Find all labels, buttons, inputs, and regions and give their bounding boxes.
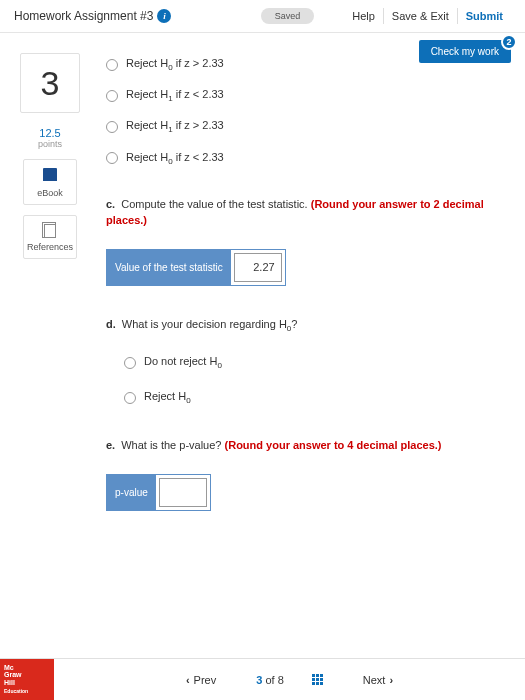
copy-icon bbox=[44, 224, 56, 238]
next-button[interactable]: Next › bbox=[351, 670, 405, 690]
prev-button[interactable]: ‹ Prev bbox=[174, 670, 228, 690]
test-statistic-label: Value of the test statistic bbox=[107, 250, 231, 285]
assignment-title: Homework Assignment #3 bbox=[14, 9, 153, 23]
radio-icon bbox=[106, 152, 118, 164]
page-indicator: 3 of 8 bbox=[256, 674, 284, 686]
option-d[interactable]: Reject H0 if z < 2.33 bbox=[106, 151, 511, 166]
help-link[interactable]: Help bbox=[344, 8, 384, 24]
points-value: 12.5 bbox=[38, 127, 62, 139]
mcgraw-hill-logo: McGrawHillEducation bbox=[0, 659, 54, 701]
pvalue-label: p-value bbox=[107, 475, 156, 510]
option-b[interactable]: Reject H1 if z < 2.33 bbox=[106, 88, 511, 103]
radio-icon bbox=[106, 121, 118, 133]
chevron-right-icon: › bbox=[389, 674, 393, 686]
radio-icon bbox=[124, 357, 136, 369]
pvalue-box: p-value bbox=[106, 474, 211, 511]
option-c[interactable]: Reject H1 if z > 2.33 bbox=[106, 119, 511, 134]
grid-icon[interactable] bbox=[312, 674, 323, 685]
option-do-not-reject[interactable]: Do not reject H0 bbox=[124, 353, 511, 372]
pvalue-input[interactable] bbox=[159, 478, 207, 507]
test-statistic-input[interactable]: 2.27 bbox=[234, 253, 282, 282]
submit-link[interactable]: Submit bbox=[458, 8, 511, 24]
chevron-left-icon: ‹ bbox=[186, 674, 190, 686]
radio-icon bbox=[106, 59, 118, 71]
ebook-button[interactable]: eBook bbox=[23, 159, 77, 205]
option-reject[interactable]: Reject H0 bbox=[124, 388, 511, 407]
check-badge: 2 bbox=[501, 34, 517, 50]
part-c: c.Compute the value of the test statisti… bbox=[106, 196, 511, 286]
part-e: e.What is the p-value? (Round your answe… bbox=[106, 437, 511, 511]
book-icon bbox=[43, 168, 57, 184]
radio-icon bbox=[124, 392, 136, 404]
question-number: 3 bbox=[20, 53, 80, 113]
part-d: d.What is your decision regarding H0? Do… bbox=[106, 316, 511, 408]
check-my-work-button[interactable]: Check my work 2 bbox=[419, 40, 511, 63]
info-icon[interactable]: i bbox=[157, 9, 171, 23]
points-label: points bbox=[38, 139, 62, 149]
references-button[interactable]: References bbox=[23, 215, 77, 259]
save-exit-link[interactable]: Save & Exit bbox=[384, 8, 458, 24]
radio-icon bbox=[106, 90, 118, 102]
test-statistic-box: Value of the test statistic 2.27 bbox=[106, 249, 286, 286]
saved-pill: Saved bbox=[261, 8, 315, 24]
